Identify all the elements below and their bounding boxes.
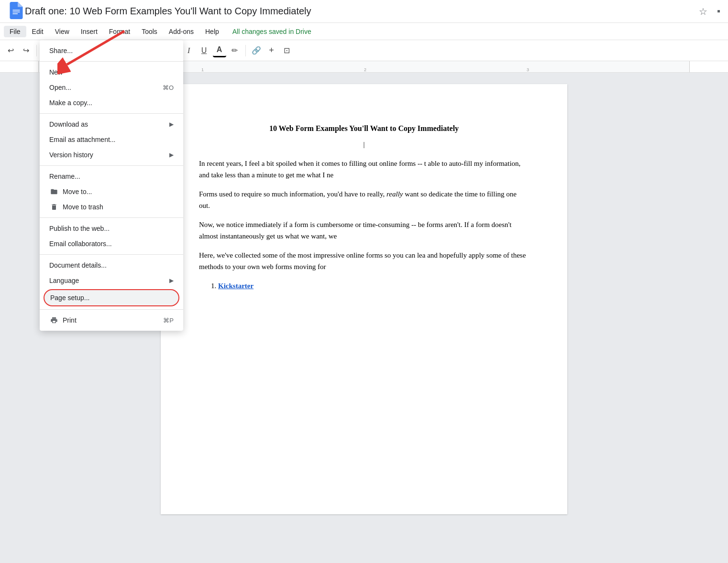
comment-button[interactable]: + — [265, 44, 278, 57]
image-button[interactable]: ⊡ — [280, 44, 294, 57]
fm-print-label: Print — [63, 316, 163, 324]
text-color-button[interactable]: A — [213, 44, 226, 57]
ruler-mark-2: 2 — [364, 67, 366, 72]
folder-icon-menu — [49, 188, 59, 195]
fm-sep-2 — [40, 113, 183, 114]
doc-para-1: In recent years, I feel a bit spoiled wh… — [199, 158, 529, 181]
document-page: 10 Web Form Examples You'll Want to Copy… — [161, 84, 567, 514]
fm-make-copy[interactable]: Make a copy... — [40, 95, 183, 110]
underline-button[interactable]: U — [198, 44, 211, 57]
menu-file[interactable]: File — [4, 26, 26, 37]
fm-page-setup[interactable]: Page setup... — [44, 289, 179, 306]
menu-insert[interactable]: Insert — [75, 26, 103, 37]
document-title: Draft one: 10 Web Form Examples You'll W… — [25, 6, 699, 17]
fm-doc-details-label: Document details... — [49, 261, 174, 269]
fm-new[interactable]: New — [40, 65, 183, 80]
fm-print-shortcut: ⌘P — [163, 317, 174, 324]
fm-new-label: New — [49, 68, 174, 76]
fm-sep-6 — [40, 309, 183, 310]
italic-button[interactable]: I — [182, 44, 196, 57]
toolbar-sep-5 — [245, 45, 246, 56]
fm-share-label: Share... — [49, 47, 174, 54]
toolbar-sep-1 — [36, 45, 37, 56]
fm-language-arrow: ▶ — [169, 277, 174, 284]
list-item-1: Kickstarter — [218, 280, 529, 292]
fm-sep-1 — [40, 61, 183, 62]
menu-edit[interactable]: Edit — [26, 26, 49, 37]
google-docs-logo — [8, 2, 25, 21]
redo-button[interactable]: ↪ — [19, 44, 33, 57]
ruler-mark-1: 1 — [201, 67, 204, 72]
fm-version-history-arrow: ▶ — [169, 152, 174, 158]
title-bar: Draft one: 10 Web Form Examples You'll W… — [0, 0, 728, 23]
fm-version-history-label: Version history — [49, 151, 169, 159]
fm-publish-web[interactable]: Publish to the web... — [40, 221, 183, 236]
fm-sep-4 — [40, 217, 183, 218]
file-dropdown-menu: Share... New Open... ⌘O Make a copy... D… — [40, 40, 183, 331]
ruler-mark-3: 3 — [527, 67, 529, 72]
fm-version-history[interactable]: Version history ▶ — [40, 147, 183, 162]
doc-para-2: Forms used to require so much informatio… — [199, 188, 529, 211]
fm-doc-details[interactable]: Document details... — [40, 258, 183, 273]
fm-download-as-arrow: ▶ — [169, 121, 174, 128]
svg-rect-2 — [13, 13, 18, 14]
fm-open-label: Open... — [49, 84, 163, 91]
kickstarter-link[interactable]: Kickstarter — [218, 282, 254, 290]
fm-rename-label: Rename... — [49, 173, 174, 180]
fm-sep-3 — [40, 165, 183, 166]
fm-open-shortcut: ⌘O — [163, 84, 174, 91]
fm-email-collaborators[interactable]: Email collaborators... — [40, 236, 183, 251]
italic-really: really — [386, 190, 403, 198]
menu-view[interactable]: View — [49, 26, 75, 37]
fm-language[interactable]: Language ▶ — [40, 273, 183, 288]
fm-language-label: Language — [49, 277, 169, 284]
fm-sep-5 — [40, 254, 183, 255]
doc-para-4: Here, we've collected some of the most i… — [199, 249, 529, 272]
save-status: All changes saved in Drive — [232, 28, 311, 35]
fm-print[interactable]: Print ⌘P — [40, 313, 183, 328]
fm-email-attachment-label: Email as attachment... — [49, 136, 174, 143]
fm-page-setup-label: Page setup... — [50, 294, 173, 302]
trash-icon-menu — [49, 203, 59, 211]
doc-cursor-line: | — [199, 139, 529, 150]
print-icon-menu — [49, 316, 59, 324]
cursor: | — [363, 141, 364, 148]
fm-rename[interactable]: Rename... — [40, 169, 183, 184]
fm-share[interactable]: Share... — [40, 43, 183, 58]
star-icon[interactable]: ☆ — [699, 6, 707, 17]
doc-para-3: Now, we notice immediately if a form is … — [199, 219, 529, 242]
menu-bar: File Edit View Insert Format Tools Add-o… — [0, 23, 728, 40]
menu-addons[interactable]: Add-ons — [163, 26, 199, 37]
fm-open[interactable]: Open... ⌘O — [40, 80, 183, 95]
fm-move-trash[interactable]: Move to trash — [40, 199, 183, 215]
fm-make-copy-label: Make a copy... — [49, 99, 174, 107]
svg-rect-0 — [13, 10, 20, 11]
fm-publish-web-label: Publish to the web... — [49, 225, 174, 232]
undo-button[interactable]: ↩ — [4, 44, 17, 57]
svg-rect-1 — [13, 11, 20, 12]
menu-help[interactable]: Help — [199, 26, 225, 37]
menu-tools[interactable]: Tools — [136, 26, 163, 37]
menu-format[interactable]: Format — [103, 26, 136, 37]
fm-move-trash-label: Move to trash — [63, 203, 174, 211]
fm-email-attachment[interactable]: Email as attachment... — [40, 132, 183, 147]
fm-download-as[interactable]: Download as ▶ — [40, 117, 183, 132]
folder-icon[interactable]: ▪ — [717, 6, 720, 17]
link-button[interactable]: 🔗 — [250, 44, 263, 57]
fm-email-collaborators-label: Email collaborators... — [49, 240, 174, 248]
fm-download-as-label: Download as — [49, 120, 169, 128]
doc-heading: 10 Web Form Examples You'll Want to Copy… — [199, 122, 529, 135]
doc-list: Kickstarter — [218, 280, 529, 292]
title-icons: ☆ ▪ — [699, 6, 720, 17]
highlight-button[interactable]: ✏ — [228, 44, 242, 57]
fm-move-to-label: Move to... — [63, 188, 174, 195]
fm-move-to[interactable]: Move to... — [40, 184, 183, 199]
